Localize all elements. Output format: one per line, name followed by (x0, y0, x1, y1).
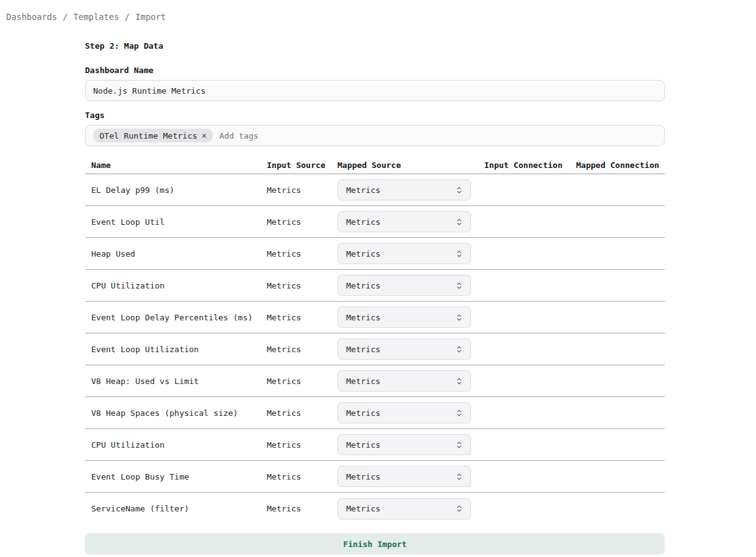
table-row: V8 Heap Spaces (physical size) Metrics M… (85, 397, 665, 429)
mapped-source-value: Metrics (346, 504, 380, 513)
mapped-source-select[interactable]: Metrics (337, 466, 471, 487)
table-row: Event Loop Utilization Metrics Metrics (85, 333, 665, 365)
panel-name: Event Loop Utilization (91, 345, 267, 354)
mapped-source-value: Metrics (346, 345, 380, 354)
tag-pill: OTel Runtime Metrics × (93, 129, 213, 142)
table-row: Event Loop Util Metrics Metrics (85, 206, 665, 238)
unfold-more-icon (455, 473, 463, 481)
column-header-name: Name (91, 160, 267, 170)
remove-tag-icon[interactable]: × (202, 131, 207, 140)
mapped-source-value: Metrics (346, 217, 380, 227)
breadcrumb-item-import[interactable]: Import (136, 12, 166, 22)
unfold-more-icon (455, 441, 463, 449)
table-body: EL Delay p99 (ms) Metrics Metrics Event … (85, 174, 665, 525)
breadcrumb-separator: / (62, 12, 67, 22)
add-tags-input[interactable] (219, 131, 659, 140)
table-header-row: Name Input Source Mapped Source Input Co… (85, 157, 665, 174)
input-source-value: Metrics (267, 408, 337, 418)
unfold-more-icon (455, 186, 463, 194)
mapped-source-value: Metrics (346, 249, 380, 259)
table-row: CPU Utilization Metrics Metrics (85, 270, 665, 302)
unfold-more-icon (455, 282, 463, 290)
step-title: Step 2: Map Data (85, 42, 665, 51)
table-row: CPU Utilization Metrics Metrics (85, 429, 665, 461)
tags-input-box[interactable]: OTel Runtime Metrics × (85, 125, 665, 146)
mapped-source-value: Metrics (346, 185, 380, 195)
input-source-value: Metrics (267, 440, 337, 450)
mapped-source-value: Metrics (346, 313, 380, 322)
breadcrumb-item-dashboards[interactable]: Dashboards (6, 12, 57, 22)
breadcrumb: Dashboards / Templates / Import (0, 0, 756, 22)
mapped-source-value: Metrics (346, 377, 380, 386)
column-header-input-source: Input Source (267, 160, 337, 170)
unfold-more-icon (455, 409, 463, 417)
mapped-source-value: Metrics (346, 440, 380, 450)
panel-name: CPU Utilization (91, 440, 267, 450)
column-header-input-connection: Input Connection (484, 160, 576, 170)
mapped-source-select[interactable]: Metrics (337, 402, 471, 423)
mapped-source-select[interactable]: Metrics (337, 307, 471, 328)
panel-name: EL Delay p99 (ms) (91, 185, 267, 195)
panel-name: Heap Used (91, 249, 267, 259)
panel-name: V8 Heap: Used vs Limit (91, 377, 267, 386)
column-header-mapped-connection: Mapped Connection (576, 160, 665, 170)
mapping-table: Name Input Source Mapped Source Input Co… (85, 157, 665, 525)
input-source-value: Metrics (267, 504, 337, 513)
mapped-source-value: Metrics (346, 281, 380, 290)
input-source-value: Metrics (267, 472, 337, 481)
mapped-source-select[interactable]: Metrics (337, 370, 471, 392)
table-row: ServiceName (filter) Metrics Metrics (85, 493, 665, 525)
dashboard-name-label: Dashboard Name (85, 66, 665, 75)
mapped-source-value: Metrics (346, 408, 380, 418)
input-source-value: Metrics (267, 345, 337, 354)
panel-name: CPU Utilization (91, 281, 267, 290)
input-source-value: Metrics (267, 249, 337, 259)
table-row: Event Loop Busy Time Metrics Metrics (85, 461, 665, 493)
dashboard-name-input[interactable] (85, 80, 665, 101)
mapped-source-select[interactable]: Metrics (337, 338, 471, 360)
unfold-more-icon (455, 345, 463, 353)
input-source-value: Metrics (267, 185, 337, 195)
mapped-source-value: Metrics (346, 472, 380, 481)
panel-name: Event Loop Util (91, 217, 267, 227)
unfold-more-icon (455, 218, 463, 226)
table-row: V8 Heap: Used vs Limit Metrics Metrics (85, 365, 665, 397)
unfold-more-icon (455, 505, 463, 513)
panel-name: ServiceName (filter) (91, 504, 267, 513)
import-wizard: Step 2: Map Data Dashboard Name Tags OTe… (85, 42, 665, 555)
panel-name: Event Loop Busy Time (91, 472, 267, 481)
table-row: EL Delay p99 (ms) Metrics Metrics (85, 174, 665, 206)
tags-label: Tags (85, 111, 665, 120)
mapped-source-select[interactable]: Metrics (337, 275, 471, 296)
input-source-value: Metrics (267, 281, 337, 290)
column-header-mapped-source: Mapped Source (337, 160, 484, 170)
mapped-source-select[interactable]: Metrics (337, 243, 471, 264)
unfold-more-icon (455, 313, 463, 322)
mapped-source-select[interactable]: Metrics (337, 498, 471, 520)
finish-import-button[interactable]: Finish Import (85, 533, 665, 555)
table-row: Event Loop Delay Percentiles (ms) Metric… (85, 302, 665, 333)
table-row: Heap Used Metrics Metrics (85, 238, 665, 270)
panel-name: Event Loop Delay Percentiles (ms) (91, 313, 267, 322)
unfold-more-icon (455, 377, 463, 385)
panel-name: V8 Heap Spaces (physical size) (91, 408, 267, 418)
mapped-source-select[interactable]: Metrics (337, 211, 471, 232)
input-source-value: Metrics (267, 217, 337, 227)
mapped-source-select[interactable]: Metrics (337, 434, 471, 455)
unfold-more-icon (455, 250, 463, 258)
input-source-value: Metrics (267, 377, 337, 386)
input-source-value: Metrics (267, 313, 337, 322)
breadcrumb-separator: / (125, 12, 130, 22)
mapped-source-select[interactable]: Metrics (337, 179, 471, 200)
tag-label: OTel Runtime Metrics (99, 131, 197, 140)
breadcrumb-item-templates[interactable]: Templates (73, 12, 119, 22)
